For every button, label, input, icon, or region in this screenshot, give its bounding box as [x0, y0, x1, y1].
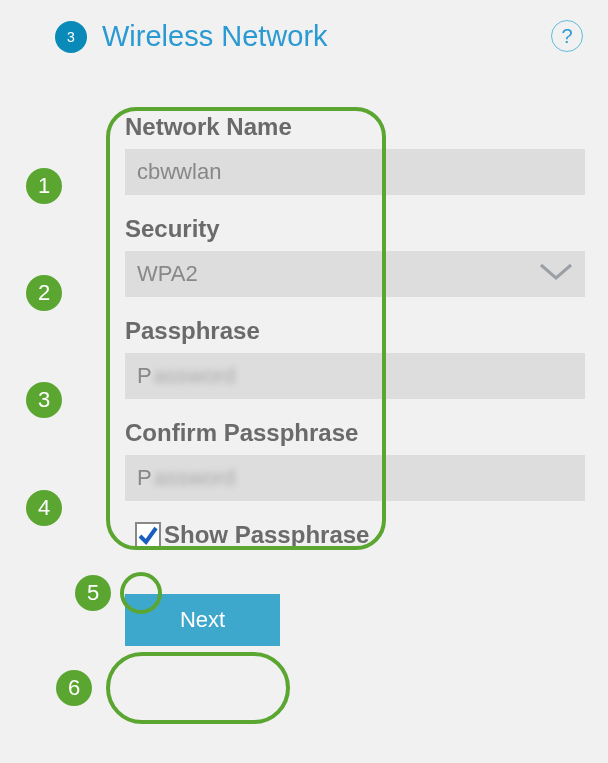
annotation-1: 1 [26, 168, 62, 204]
annotation-2: 2 [26, 275, 62, 311]
security-select[interactable] [125, 251, 585, 297]
annotation-4: 4 [26, 490, 62, 526]
page-title: Wireless Network [102, 20, 328, 53]
help-icon[interactable]: ? [551, 20, 583, 52]
passphrase-label: Passphrase [125, 317, 588, 345]
show-passphrase-label: Show Passphrase [164, 521, 369, 549]
network-name-label: Network Name [125, 113, 588, 141]
network-name-input[interactable] [125, 149, 585, 195]
annotation-6: 6 [56, 670, 92, 706]
field-passphrase: Passphrase Password [125, 317, 588, 399]
next-button[interactable]: Next [125, 594, 280, 646]
field-network-name: Network Name [125, 113, 588, 195]
annotation-5: 5 [75, 575, 111, 611]
show-passphrase-checkbox[interactable] [135, 522, 161, 548]
show-passphrase-row: Show Passphrase [135, 521, 588, 549]
confirm-passphrase-input[interactable]: Password [125, 455, 585, 501]
field-confirm-passphrase: Confirm Passphrase Password [125, 419, 588, 501]
step-number-badge: 3 [55, 21, 87, 53]
header: 3 Wireless Network [0, 0, 608, 53]
checkmark-icon [137, 524, 159, 546]
security-label: Security [125, 215, 588, 243]
passphrase-input[interactable]: Password [125, 353, 585, 399]
annotation-3: 3 [26, 382, 62, 418]
confirm-passphrase-label: Confirm Passphrase [125, 419, 588, 447]
field-security: Security [125, 215, 588, 297]
